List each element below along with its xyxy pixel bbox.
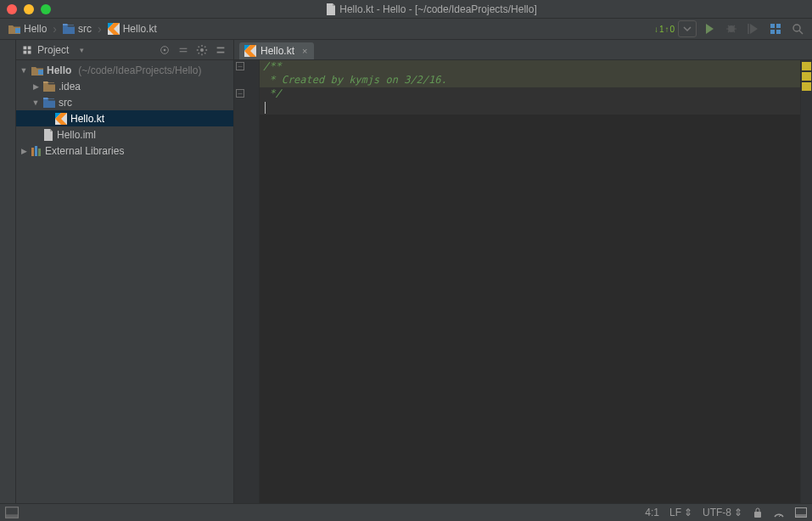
tree-node-hello-iml[interactable]: Hello.iml [16, 126, 233, 143]
inspection-marker[interactable] [802, 72, 811, 81]
src-folder-icon [43, 98, 55, 108]
module-icon [8, 24, 20, 34]
encoding-label: UTF-8 [703, 507, 731, 518]
tree-node-project-root[interactable]: ▼ Hello (~/code/IdeaProjects/Hello) [16, 62, 233, 78]
fold-toggle-icon[interactable]: – [236, 89, 244, 98]
kotlin-file-icon [55, 113, 67, 125]
run-config-dropdown[interactable] [678, 20, 697, 37]
folder-icon [43, 81, 55, 92]
editor-tab-hello-kt[interactable]: Hello.kt × [239, 42, 314, 59]
libraries-icon [31, 146, 42, 156]
tree-label: .idea [59, 81, 81, 92]
breadcrumb-label: src [78, 23, 92, 35]
code-line: /** [263, 60, 282, 72]
panel-icon [5, 506, 19, 519]
kotlin-file-icon [108, 23, 120, 35]
line-separator-label: LF [669, 507, 681, 518]
rerun-button[interactable] [744, 20, 763, 38]
tree-label: External Libraries [45, 145, 124, 157]
tree-expand-toggle[interactable]: ▼ [20, 66, 28, 75]
close-tab-button[interactable]: × [302, 46, 307, 56]
breadcrumb-item-src[interactable]: src [59, 21, 95, 36]
collapse-all-button[interactable] [176, 42, 191, 58]
cursor-position-indicator[interactable]: 4:1 [645, 507, 659, 518]
tree-expand-toggle[interactable]: ▶ [20, 147, 28, 155]
editor-tabstrip: Hello.kt × [234, 40, 812, 60]
error-stripe[interactable] [800, 60, 812, 503]
run-button[interactable] [700, 20, 719, 38]
structure-icon [769, 22, 782, 36]
status-bar: 4:1 LF⇕ UTF-8⇕ [0, 503, 812, 521]
tool-window-stripe-left[interactable] [0, 40, 16, 503]
readonly-toggle[interactable] [753, 507, 763, 518]
navigation-bar: Hello › src › Hello.kt ↓1 ↑0 [0, 19, 812, 40]
code-line: * Created by kymjs on 3/2/16. [263, 74, 447, 86]
autoscroll-to-source-button[interactable] [157, 42, 172, 58]
breadcrumb-item-project[interactable]: Hello [5, 21, 50, 36]
memory-indicator[interactable] [773, 507, 785, 518]
debug-button[interactable] [722, 20, 741, 38]
updown-icon: ⇕ [734, 507, 742, 518]
chevron-down-icon [680, 22, 694, 36]
background-tasks-indicator[interactable] [795, 507, 807, 518]
inspection-marker[interactable] [802, 62, 811, 70]
kotlin-file-icon [244, 45, 256, 57]
breadcrumb-separator: › [53, 22, 57, 36]
play-icon [703, 22, 716, 36]
tree-node-external-libraries[interactable]: ▶ External Libraries [16, 143, 233, 159]
tree-path-hint: (~/code/IdeaProjects/Hello) [78, 64, 201, 76]
bug-icon [725, 22, 738, 36]
project-tree[interactable]: ▼ Hello (~/code/IdeaProjects/Hello) ▶ .i… [16, 60, 233, 503]
chevron-down-icon[interactable]: ▾ [80, 46, 84, 54]
line-separator-indicator[interactable]: LF⇕ [669, 507, 692, 518]
updown-icon: ⇕ [684, 507, 692, 518]
tree-expand-toggle[interactable]: ▶ [31, 82, 40, 91]
project-tool-window-title[interactable]: Project [37, 44, 69, 56]
rerun-icon [747, 22, 760, 36]
file-icon [326, 3, 336, 15]
lock-icon [753, 507, 763, 518]
titlebar: Hello.kt - Hello - [~/code/IdeaProjects/… [0, 0, 812, 19]
breadcrumb: Hello › src › Hello.kt [5, 21, 160, 36]
tree-node-src-folder[interactable]: ▼ src [16, 94, 233, 110]
search-everywhere-button[interactable] [788, 20, 807, 38]
editor-gutter[interactable]: – – [234, 60, 260, 503]
code-area[interactable]: /** * Created by kymjs on 3/2/16. */ [260, 60, 800, 503]
encoding-indicator[interactable]: UTF-8⇕ [703, 507, 742, 518]
tree-expand-toggle[interactable]: ▼ [31, 98, 40, 107]
tool-windows-toggle-button[interactable] [5, 506, 19, 519]
code-line: */ [263, 87, 282, 99]
vcs-sync-indicator[interactable]: ↓1 ↑0 [654, 25, 675, 34]
breadcrumb-label: Hello [24, 23, 47, 35]
breadcrumb-label: Hello.kt [123, 23, 157, 35]
sync-up-count: 0 [669, 25, 675, 34]
window-minimize-button[interactable] [24, 4, 34, 14]
fold-toggle-icon[interactable]: – [236, 62, 244, 70]
editor-tab-label: Hello.kt [260, 45, 294, 57]
project-view-icon [21, 45, 33, 55]
breadcrumb-item-file[interactable]: Hello.kt [104, 21, 160, 36]
sync-down-count: 1 [659, 25, 664, 34]
tree-label: Hello.kt [70, 113, 104, 125]
tree-label: src [59, 97, 72, 109]
project-structure-button[interactable] [766, 20, 785, 38]
tree-label: Hello.iml [57, 129, 96, 141]
tree-node-hello-kt[interactable]: Hello.kt [16, 110, 233, 126]
tool-window-gear-button[interactable] [194, 42, 210, 58]
inspection-marker[interactable] [802, 82, 811, 91]
window-title: Hello.kt - Hello - [~/code/IdeaProjects/… [339, 3, 536, 15]
text-caret [265, 102, 266, 114]
tree-label: Hello [47, 64, 71, 76]
module-icon [31, 65, 43, 76]
search-icon [791, 22, 804, 36]
hide-tool-window-button[interactable] [213, 42, 228, 58]
gauge-icon [773, 507, 785, 518]
window-zoom-button[interactable] [41, 4, 51, 14]
breadcrumb-separator: › [98, 22, 102, 36]
window-close-button[interactable] [7, 4, 17, 14]
project-tool-window-header: Project ▾ [16, 40, 233, 60]
project-tool-window: Project ▾ ▼ Hello (~/code/IdeaProjects/H… [16, 40, 234, 503]
editor: Hello.kt × – – /** * Created by kymjs on… [234, 40, 812, 503]
panel-icon [795, 507, 807, 518]
tree-node-idea-folder[interactable]: ▶ .idea [16, 78, 233, 94]
